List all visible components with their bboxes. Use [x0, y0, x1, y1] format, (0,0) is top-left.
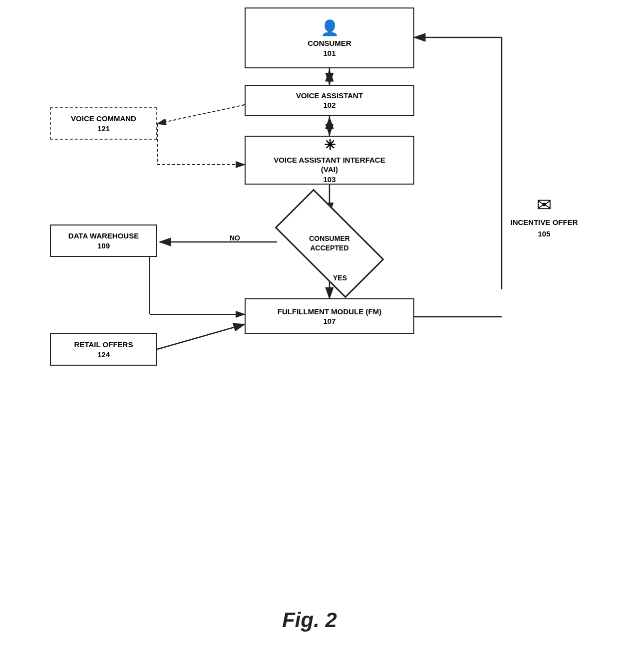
fulfillment-module-number: 107: [323, 316, 335, 326]
figure-caption: Fig. 2: [0, 608, 619, 632]
envelope-icon: ✉: [509, 195, 579, 216]
incentive-offer-number: 105: [509, 229, 579, 238]
voice-assistant-box: VOICE ASSISTANT 102: [245, 85, 414, 116]
diamond-label: CONSUMERACCEPTED: [309, 234, 350, 252]
consumer-number: 101: [323, 48, 335, 58]
snowflake-icon: ✳: [324, 136, 335, 154]
incentive-offer-group: ✉ INCENTIVE OFFER 105: [509, 195, 579, 238]
consumer-label: CONSUMER: [308, 38, 351, 48]
person-icon: 👤: [320, 18, 339, 37]
fulfillment-module-box: FULFILLMENT MODULE (FM) 107: [245, 298, 414, 334]
diagram-container: 👤 CONSUMER 101 VOICE ASSISTANT 102 ✳ VOI…: [0, 0, 619, 672]
voice-assistant-number: 102: [323, 100, 335, 110]
retail-offers-box: RETAIL OFFERS 124: [50, 333, 157, 366]
consumer-accepted-diamond: CONSUMERACCEPTED: [275, 215, 384, 272]
voice-command-number: 121: [97, 124, 110, 134]
yes-label: YES: [333, 273, 347, 283]
retail-offers-label: RETAIL OFFERS: [74, 340, 133, 350]
data-warehouse-box: DATA WAREHOUSE 109: [50, 224, 157, 257]
svg-line-12: [157, 324, 245, 349]
voice-assistant-label: VOICE ASSISTANT: [296, 91, 363, 101]
voice-command-label: VOICE COMMAND: [71, 114, 136, 124]
retail-offers-number: 124: [97, 350, 110, 360]
data-warehouse-number: 109: [97, 241, 110, 251]
incentive-offer-label: INCENTIVE OFFER: [509, 218, 579, 227]
consumer-box: 👤 CONSUMER 101: [245, 7, 414, 68]
vai-box: ✳ VOICE ASSISTANT INTERFACE(VAI) 103: [245, 136, 414, 185]
svg-line-15: [157, 105, 245, 124]
vai-label: VOICE ASSISTANT INTERFACE(VAI): [274, 155, 385, 175]
voice-command-box: VOICE COMMAND 121: [50, 107, 157, 140]
fulfillment-module-label: FULFILLMENT MODULE (FM): [278, 307, 381, 317]
vai-number: 103: [323, 175, 335, 185]
no-label: NO: [230, 233, 240, 243]
data-warehouse-label: DATA WAREHOUSE: [68, 231, 139, 241]
